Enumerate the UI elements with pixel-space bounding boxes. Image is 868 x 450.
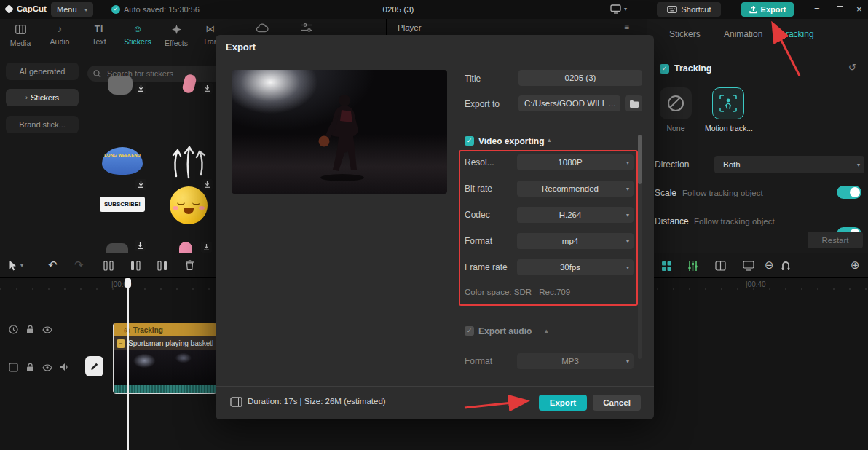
tab-media[interactable]: Media [1,23,40,47]
codec-dropdown[interactable]: H.264▾ [517,207,634,223]
browse-folder-button[interactable] [625,95,642,111]
topbar: CapCut Menu ▾ ✓ Auto saved: 15:30:56 020… [0,0,868,19]
footer-divider [216,386,654,387]
app: CapCut Menu ▾ ✓ Auto saved: 15:30:56 020… [0,0,868,450]
title-input[interactable] [518,70,642,86]
tracking-panel: Stickers Animation Tracking ✓ Tracking ↺… [647,19,868,253]
sticker-thumb-arrows[interactable] [163,135,214,192]
chevron-down-icon[interactable]: ▾ [20,262,23,269]
collapse-caret-icon[interactable]: ▴ [548,136,551,143]
clip-text-row[interactable]: ≡ Sportsman playing basketb... [114,336,216,350]
mute-speaker-icon[interactable] [60,363,69,371]
close-icon[interactable]: × [856,4,862,15]
cancel-button[interactable]: Cancel [593,395,641,411]
download-icon[interactable] [135,179,146,190]
shortcut-button[interactable]: Shortcut [657,2,721,17]
export-path-input[interactable] [518,95,620,111]
tab-panel-stickers[interactable]: Stickers [669,29,701,39]
reset-icon[interactable]: ↺ [848,62,856,73]
edit-pencil-button[interactable] [85,356,103,376]
restart-button[interactable]: Restart [808,232,863,248]
eye-icon[interactable] [42,326,52,333]
framerate-dropdown[interactable]: 30fps▾ [517,259,634,275]
tab-adjust[interactable] [301,23,312,33]
redo-icon[interactable]: ↷ [74,259,84,271]
menu-button[interactable]: Menu ▾ [51,2,93,17]
select-cursor-icon[interactable] [9,260,17,271]
tab-panel-tracking[interactable]: Tracking [781,29,814,39]
video-exporting-checkbox[interactable]: ✓ [465,136,474,146]
sticker-thumb-partial[interactable] [179,242,192,253]
clip-text-label: Sportsman playing basketb... [128,339,213,347]
resolution-dropdown[interactable]: 1080P▾ [517,154,634,170]
subscribe-box: SUBSCRIBE! [100,197,145,212]
resolution-label: Resol... [465,157,494,167]
sticker-thumb-long-weekend[interactable]: LONG WEEKEND [97,137,148,192]
trim-left-icon[interactable] [130,261,141,271]
collapse-caret-icon[interactable]: ▴ [545,327,548,334]
split-clip-icon[interactable] [103,261,114,271]
sidebar-item-brand[interactable]: Brand stick... [6,116,79,133]
display-mode-button[interactable]: ▾ [610,4,627,14]
eye-icon[interactable] [42,364,52,371]
maximize-icon[interactable] [837,6,843,12]
tab-audio[interactable]: ♪ Audio [40,23,79,46]
trim-right-icon[interactable] [157,261,167,271]
clip-tracking-bar[interactable]: ◎ Tracking [114,323,216,336]
tracking-option-none[interactable] [660,87,692,119]
direction-dropdown[interactable]: Both ▾ [714,156,864,173]
track-clock-icon[interactable] [9,325,18,334]
tab-text[interactable]: TI Text [79,23,119,46]
player-menu-icon[interactable]: ≡ [624,22,629,32]
auto-layout-icon[interactable] [661,261,672,272]
clip-video-filmstrip[interactable] [114,350,216,385]
audio-format-value: MP3 [517,353,623,369]
sticker-thumb-partial[interactable] [108,76,133,95]
project-title: 0205 (3) [355,5,442,14]
export-confirm-button[interactable]: Export [539,395,587,411]
tab-effects[interactable]: Effects [157,23,196,47]
minimize-icon[interactable]: − [814,3,820,14]
chevron-down-icon: ▾ [626,212,629,218]
download-icon[interactable] [201,242,212,253]
sidebar-item-ai-generated[interactable]: AI generated [6,63,79,80]
scale-toggle[interactable] [837,186,861,199]
tracking-checkbox[interactable]: ✓ [660,64,669,74]
undo-icon[interactable]: ↶ [48,259,58,271]
track-type-icon[interactable] [9,363,18,372]
delete-icon[interactable] [185,260,194,271]
bitrate-dropdown[interactable]: Recommended▾ [517,181,634,197]
dialog-scrollbar-thumb[interactable] [638,135,642,184]
preview-axis-icon[interactable] [743,261,754,271]
playhead-line[interactable] [127,278,129,450]
tab-panel-animation[interactable]: Animation [724,29,762,39]
download-icon[interactable] [135,240,146,251]
scale-description: Follow tracking object [682,189,763,197]
direction-label: Direction [655,159,689,170]
tab-cloud[interactable] [256,23,269,33]
snapping-magnet-icon[interactable] [781,261,791,271]
emoji-blush-left [173,206,178,210]
chevron-down-icon: ▾ [626,238,629,245]
audio-format-dropdown[interactable]: MP3▾ [517,353,634,369]
lock-icon[interactable] [26,363,34,372]
clip-audio-waveform[interactable] [114,385,216,394]
player-panel-header: Player ≡ [386,19,647,36]
tab-stickers[interactable]: ☺ Stickers [118,23,157,46]
sticker-thumb-partial[interactable] [106,243,128,253]
mask-icon[interactable] [715,261,726,271]
zoom-in-icon[interactable]: ⊕ [851,259,860,271]
format-dropdown[interactable]: mp4▾ [517,233,634,249]
lock-icon[interactable] [26,325,34,334]
adjust-levels-icon[interactable] [687,261,698,272]
sidebar-item-stickers[interactable]: ›Stickers [6,89,79,106]
playhead-handle[interactable] [125,278,131,288]
export-button-top[interactable]: Export [741,2,794,17]
zoom-out-icon[interactable]: ⊖ [765,259,774,271]
chevron-down-icon: ▾ [626,264,629,271]
download-icon[interactable] [202,83,213,94]
export-audio-checkbox[interactable]: ✓ [465,326,474,336]
download-icon[interactable] [135,83,146,94]
tracking-option-motion[interactable] [712,87,744,119]
tab-stickers-label: Stickers [118,37,157,46]
